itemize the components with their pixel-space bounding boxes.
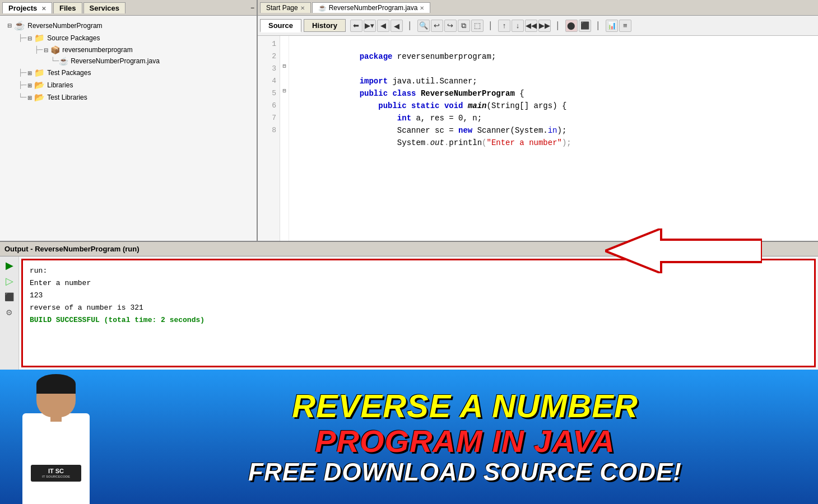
java-file-icon: ☕: [59, 57, 68, 66]
source-button[interactable]: Source: [260, 19, 301, 32]
close-java-tab-icon[interactable]: ✕: [420, 5, 424, 11]
tree-item-java-file[interactable]: └─ ☕ ReverseNumberProgram.java: [2, 55, 254, 67]
fold-4: [280, 73, 289, 85]
tree-expand-source[interactable]: ⊟: [26, 35, 33, 41]
tree-item-test-libraries[interactable]: └─ ⊞ 📂 Test Libraries: [2, 91, 254, 104]
project-icon: ☕: [14, 20, 25, 31]
line-num-8: 8: [258, 124, 280, 137]
tab-start-page[interactable]: Start Page ✕: [260, 2, 311, 13]
tab-files[interactable]: Files: [53, 2, 82, 13]
tree-item-libraries[interactable]: ├─ ⊞ 📂 Libraries: [2, 79, 254, 91]
line-num-6: 6: [258, 100, 280, 112]
line-num-5: 5: [258, 87, 280, 100]
down-icon[interactable]: ↓: [512, 20, 524, 32]
tree-indent-3: └─: [2, 57, 59, 65]
next-icon[interactable]: ▶▶: [538, 20, 551, 32]
line-numbers: 1 2 3 4 5 6 7 8: [258, 36, 280, 241]
svg-marker-0: [605, 256, 762, 273]
tree-indent-lib: ├─: [2, 81, 26, 89]
search-icon[interactable]: 🔍: [417, 20, 430, 32]
promo-title-line2: PROGRAM IN JAVA: [315, 424, 615, 459]
libraries-icon: 📂: [34, 80, 45, 90]
up-icon[interactable]: ↑: [498, 20, 510, 32]
tree-indent-2: ├─: [2, 46, 43, 54]
person-body: IT SC IT SOURCECODE: [22, 413, 90, 504]
pause-icon[interactable]: ⬛: [579, 20, 591, 32]
package-icon: 📦: [50, 45, 60, 54]
fold-5[interactable]: ⊟: [280, 85, 289, 97]
tab-projects[interactable]: Projects ✕: [2, 2, 52, 13]
tree-expand-package[interactable]: ⊟: [43, 46, 49, 53]
promo-text-area: REVERSE A NUMBER PROGRAM IN JAVA FREE DO…: [112, 382, 818, 491]
output-line-5: BUILD SUCCESSFUL (total time: 2 seconds): [30, 314, 807, 326]
undo-icon[interactable]: ↩: [431, 20, 443, 32]
tab-java-file[interactable]: ☕ ReverseNumberProgram.java ✕: [312, 2, 431, 13]
tree-expand-test-libraries[interactable]: ⊞: [26, 94, 33, 101]
history-button[interactable]: History: [304, 19, 346, 32]
tree-item-root[interactable]: ⊟ ☕ ReverseNumberProgram: [2, 19, 254, 32]
back-icon[interactable]: ⬅: [350, 20, 362, 32]
code-content[interactable]: package reversenumberprogram; import jav…: [289, 36, 818, 241]
fold-3[interactable]: ⊟: [280, 60, 289, 73]
separator2: │: [485, 20, 497, 32]
redo-icon[interactable]: ↪: [444, 20, 457, 32]
fold-gutter: ⊟ ⊟: [280, 36, 289, 241]
run-icon[interactable]: ▶: [3, 259, 16, 272]
promo-area: IT SC IT SOURCECODE REVERSE A NUMBER PRO…: [0, 370, 818, 504]
minimize-button[interactable]: −: [250, 4, 254, 12]
tab-services[interactable]: Services: [83, 2, 126, 13]
close-projects-icon[interactable]: ✕: [41, 6, 46, 12]
project-tree: ⊟ ☕ ReverseNumberProgram ├─ ⊟ 📁 Source P…: [0, 16, 257, 241]
output-area: Output - ReverseNumberProgram (run) ▶ ▷ …: [0, 241, 818, 370]
line-num-7: 7: [258, 112, 280, 124]
separator3: │: [552, 20, 564, 32]
tree-indent-1: ├─: [2, 34, 26, 42]
fold-8: [280, 122, 289, 134]
code-area: 1 2 3 4 5 6 7 8 ⊟ ⊟: [258, 36, 818, 241]
person-figure: IT SC IT SOURCECODE: [0, 370, 112, 504]
tree-expand-root[interactable]: ⊟: [6, 22, 13, 29]
line-num-2: 2: [258, 50, 280, 63]
tree-item-package[interactable]: ├─ ⊟ 📦 reversenumberprogram: [2, 44, 254, 55]
build-icon[interactable]: ⬤: [565, 20, 578, 32]
person-hair: [36, 374, 76, 394]
java-tab-icon: ☕: [318, 4, 327, 12]
source-history-bar: Source History ⬅ ▶▾ ◀ ▶ │ 🔍 ↩ ↪ ⧉ ⬚ │ ↑ …: [258, 16, 818, 36]
tree-indent-tp: ├─: [2, 69, 26, 77]
tree-item-test-packages[interactable]: ├─ ⊞ 📁 Test Packages: [2, 67, 254, 79]
copy-icon[interactable]: ⧉: [458, 20, 470, 32]
debug-icon[interactable]: ▷: [3, 274, 16, 288]
tree-item-source-packages[interactable]: ├─ ⊟ 📁 Source Packages: [2, 32, 254, 44]
source-packages-icon: 📁: [34, 33, 45, 43]
output-line-2: Enter a number: [30, 277, 807, 290]
list-icon[interactable]: ≡: [619, 20, 631, 32]
tree-expand-test[interactable]: ⊞: [26, 69, 33, 76]
code-line-3: import java.util.Scanner;: [294, 63, 814, 75]
separator4: │: [592, 20, 605, 32]
fold-6: [280, 97, 289, 110]
chart-icon[interactable]: 📊: [606, 20, 618, 32]
line-num-1: 1: [258, 38, 280, 50]
person-neck: [50, 413, 62, 422]
test-libraries-icon: 📂: [34, 92, 45, 102]
line-num-4: 4: [258, 75, 280, 87]
forward2-icon[interactable]: ▶: [391, 20, 403, 32]
tree-indent-tl: └─: [2, 94, 26, 101]
promo-title-line3: FREE DOWNLOAD SOURCE CODE!: [248, 459, 682, 486]
prev-icon[interactable]: ◀◀: [525, 20, 537, 32]
stop-icon[interactable]: ⬛: [3, 290, 16, 304]
output-sidebar: ▶ ▷ ⬛ ⚙: [0, 256, 19, 370]
editor-tab-bar: Start Page ✕ ☕ ReverseNumberProgram.java…: [258, 0, 818, 16]
output-line-3: 123: [30, 290, 807, 302]
back2-icon[interactable]: ◀: [377, 20, 389, 32]
select-icon[interactable]: ⬚: [471, 20, 484, 32]
forward-dropdown-icon[interactable]: ▶▾: [364, 20, 376, 32]
close-start-page-icon[interactable]: ✕: [300, 5, 305, 11]
toolbar-icons: ⬅ ▶▾ ◀ ▶ │ 🔍 ↩ ↪ ⧉ ⬚ │ ↑ ↓ ◀◀ ▶▶ │ ⬤ ⬛ │…: [350, 20, 631, 32]
fold-7: [280, 110, 289, 122]
line-num-3: 3: [258, 63, 280, 75]
tree-expand-libraries[interactable]: ⊞: [26, 82, 33, 88]
fold-1: [280, 36, 289, 48]
settings-icon[interactable]: ⚙: [3, 306, 16, 319]
logo-badge: IT SC IT SOURCECODE: [31, 465, 81, 482]
